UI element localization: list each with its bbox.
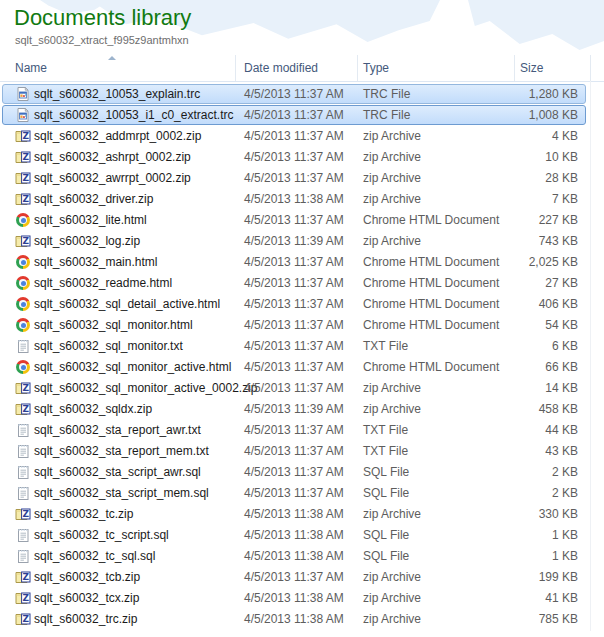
file-date-modified: 4/5/2013 11:37 AM [244,567,344,588]
column-header-type[interactable]: Type [363,55,503,81]
file-date-modified: 4/5/2013 11:37 AM [244,420,344,441]
file-size: 227 KB [468,210,578,231]
file-size: 1 KB [468,546,578,567]
column-divider[interactable] [235,55,236,81]
file-size: 4 KB [468,126,578,147]
file-size: 785 KB [468,609,578,630]
file-row[interactable]: Zsqlt_s60032_ashrpt_0002.zip4/5/2013 11:… [0,147,604,168]
file-row[interactable]: sqlt_s60032_main.html4/5/2013 11:37 AMCh… [0,252,604,273]
file-row[interactable]: Zsqlt_s60032_tcb.zip4/5/2013 11:37 AMzip… [0,567,604,588]
file-type: SQL File [363,462,409,483]
zip-archive-icon: Z [15,590,31,606]
file-type: zip Archive [363,189,421,210]
file-row[interactable]: sqlt_s60032_sql_monitor.txt4/5/2013 11:3… [0,336,604,357]
file-name: sqlt_s60032_tcx.zip [34,588,139,609]
file-name: sqlt_s60032_lite.html [34,210,147,231]
file-type: zip Archive [363,378,421,399]
file-row[interactable]: sqlt_s60032_tc_sql.sql4/5/2013 11:38 AMS… [0,546,604,567]
file-name: sqlt_s60032_sqldx.zip [34,399,152,420]
file-row[interactable]: sqlt_s60032_readme.html4/5/2013 11:37 AM… [0,273,604,294]
file-name: sqlt_s60032_sql_monitor_active_0002.zip [34,378,257,399]
file-size: 406 KB [468,294,578,315]
zip-archive-icon: Z [15,380,31,396]
file-size: 44 KB [468,420,578,441]
column-divider[interactable] [514,55,515,81]
file-row[interactable]: sqlt_s60032_10053_i1_c0_extract.trc4/5/2… [0,105,604,126]
file-row[interactable]: sqlt_s60032_sta_script_awr.sql4/5/2013 1… [0,462,604,483]
file-name: sqlt_s60032_tc_script.sql [34,525,169,546]
text-file-icon [15,422,31,438]
file-date-modified: 4/5/2013 11:37 AM [244,84,344,105]
sql-file-icon [15,485,31,501]
file-name: sqlt_s60032_10053_i1_c0_extract.trc [34,105,233,126]
file-type: zip Archive [363,126,421,147]
file-name: sqlt_s60032_sta_report_awr.txt [34,420,201,441]
file-row[interactable]: sqlt_s60032_10053_explain.trc4/5/2013 11… [0,84,604,105]
sql-file-icon [15,527,31,543]
file-row[interactable]: sqlt_s60032_sta_script_mem.sql4/5/2013 1… [0,483,604,504]
library-subtitle: sqlt_s60032_xtract_f995z9antmhxn [15,34,189,46]
file-row[interactable]: Zsqlt_s60032_addmrpt_0002.zip4/5/2013 11… [0,126,604,147]
file-type: TRC File [363,105,410,126]
file-size: 66 KB [468,357,578,378]
file-date-modified: 4/5/2013 11:37 AM [244,294,344,315]
file-size: 27 KB [468,273,578,294]
file-row[interactable]: sqlt_s60032_tc_script.sql4/5/2013 11:38 … [0,525,604,546]
column-header-date-modified[interactable]: Date modified [244,55,352,81]
column-header-size[interactable]: Size [520,55,580,81]
file-row[interactable]: Zsqlt_s60032_driver.zip4/5/2013 11:38 AM… [0,189,604,210]
trc-file-icon [15,86,31,102]
file-size: 2 KB [468,483,578,504]
column-header-name[interactable]: Name [15,55,230,81]
zip-archive-icon: Z [15,128,31,144]
file-size: 28 KB [468,168,578,189]
file-date-modified: 4/5/2013 11:38 AM [244,504,344,525]
file-date-modified: 4/5/2013 11:37 AM [244,273,344,294]
file-type: SQL File [363,525,409,546]
file-name: sqlt_s60032_tc.zip [34,504,133,525]
svg-text:Z: Z [23,593,30,603]
file-row[interactable]: sqlt_s60032_sql_detail_active.html4/5/20… [0,294,604,315]
file-date-modified: 4/5/2013 11:38 AM [244,609,344,630]
file-row[interactable]: Zsqlt_s60032_sqldx.zip4/5/2013 11:39 AMz… [0,399,604,420]
file-row[interactable]: Zsqlt_s60032_sql_monitor_active_0002.zip… [0,378,604,399]
file-date-modified: 4/5/2013 11:37 AM [244,357,344,378]
file-list: sqlt_s60032_10053_explain.trc4/5/2013 11… [0,84,604,630]
file-type: TXT File [363,420,408,441]
column-divider[interactable] [357,55,358,81]
file-row[interactable]: Zsqlt_s60032_tcx.zip4/5/2013 11:38 AMzip… [0,588,604,609]
svg-text:Z: Z [23,173,30,183]
chrome-html-icon [15,212,31,228]
file-name: sqlt_s60032_sta_script_awr.sql [34,462,201,483]
file-row[interactable]: sqlt_s60032_sql_monitor.html4/5/2013 11:… [0,315,604,336]
file-row[interactable]: sqlt_s60032_lite.html4/5/2013 11:37 AMCh… [0,210,604,231]
file-name: sqlt_s60032_sql_detail_active.html [34,294,220,315]
file-type: SQL File [363,546,409,567]
svg-text:Z: Z [23,131,30,141]
file-date-modified: 4/5/2013 11:37 AM [244,441,344,462]
file-row[interactable]: sqlt_s60032_sta_report_mem.txt4/5/2013 1… [0,441,604,462]
background-watermark [468,0,604,50]
column-divider[interactable] [590,55,591,81]
sql-file-icon [15,548,31,564]
file-type: zip Archive [363,588,421,609]
file-row[interactable]: Zsqlt_s60032_trc.zip4/5/2013 11:38 AMzip… [0,609,604,630]
svg-text:Z: Z [23,404,30,414]
file-row[interactable]: Zsqlt_s60032_awrrpt_0002.zip4/5/2013 11:… [0,168,604,189]
svg-text:Z: Z [23,152,30,162]
file-size: 14 KB [468,378,578,399]
file-date-modified: 4/5/2013 11:37 AM [244,378,344,399]
file-row[interactable]: sqlt_s60032_sta_report_awr.txt4/5/2013 1… [0,420,604,441]
file-size: 54 KB [468,315,578,336]
file-row[interactable]: Zsqlt_s60032_tc.zip4/5/2013 11:38 AMzip … [0,504,604,525]
zip-archive-icon: Z [15,149,31,165]
file-row[interactable]: sqlt_s60032_sql_monitor_active.html4/5/2… [0,357,604,378]
file-row[interactable]: Zsqlt_s60032_log.zip4/5/2013 11:39 AMzip… [0,231,604,252]
chrome-html-icon [15,254,31,270]
zip-archive-icon: Z [15,191,31,207]
file-type: TRC File [363,84,410,105]
zip-archive-icon: Z [15,611,31,627]
file-name: sqlt_s60032_trc.zip [34,609,137,630]
zip-archive-icon: Z [15,233,31,249]
zip-archive-icon: Z [15,569,31,585]
